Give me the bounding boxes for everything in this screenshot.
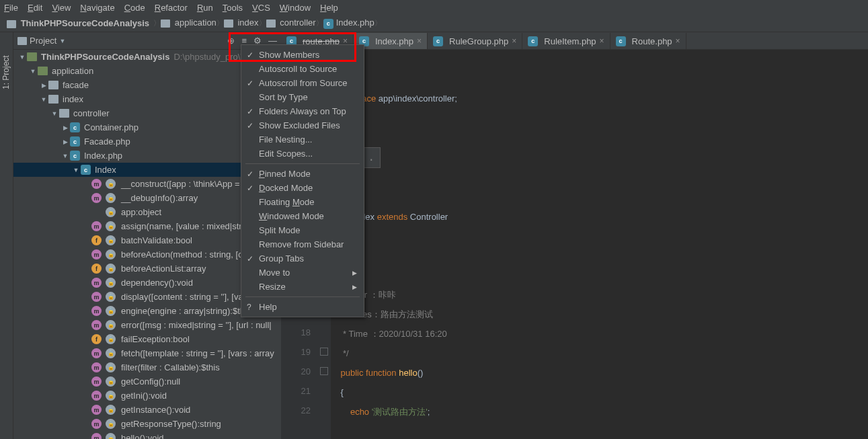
tree-member[interactable]: f🔒failException:bool — [13, 332, 281, 346]
editor-tab[interactable]: cIndex.php× — [354, 33, 428, 49]
lock-icon: 🔒 — [106, 433, 116, 439]
menu-item-label: Pinned Mode — [259, 169, 311, 179]
lock-icon: 🔒 — [106, 249, 116, 260]
svg-rect-3 — [266, 19, 276, 28]
tree-member[interactable]: m🔒error([msg : mixed|string = ''], [url … — [13, 318, 281, 332]
lock-icon: 🔒 — [106, 264, 116, 274]
code-area[interactable]: .php namespace app\index\controller; use… — [331, 50, 868, 439]
editor-tab[interactable]: cRuleGroup.php× — [428, 33, 522, 49]
menu-item-label: Split Mode — [259, 225, 300, 235]
menu-item[interactable]: File Nesting... — [241, 132, 364, 147]
submenu-arrow-icon: ▶ — [352, 284, 357, 290]
menu-item[interactable]: Windowed Mode — [241, 209, 364, 223]
menu-help[interactable]: Help — [320, 3, 338, 13]
menu-item[interactable]: Edit Scopes... — [241, 147, 364, 161]
svg-rect-1 — [161, 19, 170, 28]
php-file-icon: c — [433, 36, 443, 46]
editor-tab[interactable]: cRoute.php× — [610, 33, 686, 49]
editor[interactable]: 1819202122 .php namespace app\index\cont… — [281, 50, 868, 439]
breadcrumb-item[interactable]: index — [224, 17, 259, 28]
lock-icon: 🔒 — [106, 292, 116, 302]
scroll-from-source-icon[interactable]: ⊕ — [227, 36, 235, 46]
menu-item[interactable]: ✓Pinned Mode — [241, 167, 364, 181]
project-view-label[interactable]: Project — [30, 36, 56, 46]
menu-run[interactable]: Run — [197, 3, 213, 13]
checkmark-icon: ✓ — [247, 254, 253, 264]
menu-item-label: Edit Scopes... — [259, 149, 313, 159]
lock-icon: 🔒 — [106, 362, 116, 372]
close-icon[interactable]: × — [512, 36, 516, 46]
checkmark-icon: ✓ — [247, 79, 253, 88]
menu-item[interactable]: Floating Mode — [241, 195, 364, 209]
menu-item[interactable]: Sort by Type — [241, 90, 364, 104]
menu-item[interactable]: ✓Show Excluded Files — [241, 118, 364, 132]
menu-item[interactable]: ✓Docked Mode — [241, 181, 364, 195]
menu-item-label: Show Members — [259, 50, 319, 60]
menu-item-label: Autoscroll from Source — [259, 78, 348, 88]
menu-window[interactable]: Window — [280, 3, 311, 13]
breadcrumb[interactable]: ThinkPHPSourceCodeAnalysis 〉 application… — [0, 15, 868, 32]
php-file-icon: c — [616, 36, 626, 46]
lock-icon: 🔒 — [106, 348, 116, 358]
tree-member[interactable]: m🔒filter(filter : Callable):$this — [13, 360, 281, 374]
tab-label: Route.php — [632, 36, 672, 46]
lock-icon: 🔒 — [106, 278, 116, 288]
tab-label: RuleGroup.php — [449, 36, 508, 46]
menu-vcs[interactable]: VCS — [252, 3, 270, 13]
menu-refactor[interactable]: Refactor — [155, 3, 188, 13]
editor-tab[interactable]: cRuleItem.php× — [522, 33, 610, 49]
tree-member[interactable]: m🔒getConfig():null — [13, 374, 281, 389]
lock-icon: 🔒 — [106, 221, 116, 231]
checkmark-icon: ✓ — [247, 184, 253, 193]
checkmark-icon: ✓ — [247, 121, 253, 130]
lock-icon: 🔒 — [106, 179, 116, 189]
main-menubar[interactable]: FileEditViewNavigateCodeRefactorRunTools… — [0, 0, 868, 15]
tree-member[interactable]: m🔒hello():void — [13, 431, 281, 439]
breadcrumb-item[interactable]: cIndex.php — [323, 17, 374, 28]
close-icon[interactable]: × — [417, 36, 422, 46]
lock-icon: 🔒 — [106, 306, 116, 316]
menu-item[interactable]: ✓Group Tabs — [241, 251, 364, 266]
checkmark-icon: ✓ — [247, 107, 253, 116]
close-icon[interactable]: × — [676, 36, 680, 46]
tree-member[interactable]: m🔒fetch([template : string = ''], [vars … — [13, 346, 281, 360]
lock-icon: 🔒 — [106, 193, 116, 203]
breadcrumb-project[interactable]: ThinkPHPSourceCodeAnalysis — [7, 18, 149, 28]
submenu-arrow-icon: ▶ — [352, 270, 357, 276]
menu-item[interactable]: ?Help — [241, 300, 364, 314]
tool-window-stripe[interactable]: 1: Project — [0, 32, 13, 439]
tab-label: RuleItem.php — [544, 36, 596, 46]
menu-item[interactable]: ✓Show Members — [241, 48, 364, 62]
lock-icon: 🔒 — [106, 419, 116, 429]
menu-view[interactable]: View — [52, 3, 71, 13]
breadcrumb-item[interactable]: controller — [266, 17, 316, 28]
menu-item-label: File Nesting... — [259, 134, 312, 145]
menu-item[interactable]: Move to▶ — [241, 266, 364, 280]
menu-item[interactable]: ✓Autoscroll from Source — [241, 76, 364, 90]
close-icon[interactable]: × — [600, 36, 604, 46]
menu-item[interactable]: ✓Folders Always on Top — [241, 104, 364, 118]
menu-item[interactable]: Resize▶ — [241, 280, 364, 294]
project-tool-button[interactable]: 1: Project — [1, 55, 11, 89]
menu-tools[interactable]: Tools — [223, 3, 243, 13]
menu-edit[interactable]: Edit — [28, 3, 42, 13]
menu-item-label: Autoscroll to Source — [259, 64, 337, 74]
menu-item[interactable]: Autoscroll to Source — [241, 62, 364, 76]
tree-member[interactable]: m🔒getInstance():void — [13, 403, 281, 417]
menu-navigate[interactable]: Navigate — [80, 3, 114, 13]
tree-member[interactable]: m🔒getIni():void — [13, 389, 281, 403]
menu-code[interactable]: Code — [124, 3, 145, 13]
menu-item[interactable]: Remove from Sidebar — [241, 237, 364, 251]
menu-item-label: Floating Mode — [259, 197, 314, 207]
menu-item-label: Docked Mode — [259, 183, 313, 193]
menu-item-label: Group Tabs — [259, 253, 304, 264]
menu-item-label: Show Excluded Files — [259, 120, 340, 130]
menu-item[interactable]: Split Mode — [241, 223, 364, 237]
svg-rect-4 — [17, 37, 27, 45]
breadcrumb-item[interactable]: application — [161, 17, 216, 28]
menu-file[interactable]: File — [4, 3, 18, 13]
editor-tabs[interactable]: croute.php×cIndex.php×cRuleGroup.php×cRu… — [281, 32, 868, 50]
tree-member[interactable]: m🔒getResponseType():string — [13, 417, 281, 431]
project-settings-context-menu[interactable]: ✓Show MembersAutoscroll to Source✓Autosc… — [241, 44, 364, 317]
svg-rect-0 — [7, 20, 16, 28]
